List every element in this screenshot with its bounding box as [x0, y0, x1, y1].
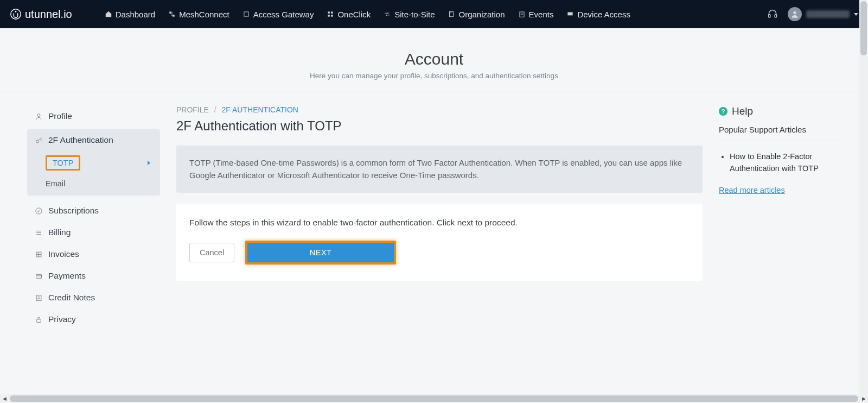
breadcrumb-current[interactable]: 2F AUTHENTICATION	[222, 105, 298, 114]
nav-site-to-site[interactable]: Site-to-Site	[384, 10, 435, 19]
help-article-list: How to Enable 2-Factor Authentication wi…	[719, 151, 846, 175]
svg-rect-4	[244, 12, 248, 16]
help-more-link[interactable]: Read more articles	[719, 186, 846, 194]
home-icon	[105, 10, 112, 18]
nav-label: Device Access	[577, 10, 630, 19]
sidebar: Profile 2F Authentication TOTP Email Sub…	[27, 105, 160, 330]
svg-point-20	[36, 140, 39, 142]
page-header: Account Here you can manage your profile…	[0, 28, 868, 92]
mesh-icon	[168, 10, 176, 18]
user-menu[interactable]	[788, 7, 858, 21]
swap-icon	[384, 10, 391, 18]
svg-rect-33	[37, 319, 41, 322]
help-divider	[719, 141, 846, 141]
org-icon	[448, 10, 455, 18]
nav-organization[interactable]: Organization	[448, 10, 505, 19]
top-nav: utunnel.io Dashboard MeshConnect Access …	[0, 0, 868, 28]
scroll-left-icon[interactable]: ◀	[0, 394, 9, 403]
question-icon: ?	[719, 107, 727, 116]
oneclick-icon	[327, 10, 334, 18]
svg-rect-10	[451, 12, 451, 13]
main-content: PROFILE / 2F AUTHENTICATION 2F Authentic…	[176, 105, 703, 330]
sidebar-sub-totp[interactable]: TOTP	[27, 151, 160, 175]
wizard-instructions: Follow the steps in this wizard to enabl…	[189, 218, 690, 228]
sidebar-item-2fa[interactable]: 2F Authentication	[27, 129, 160, 151]
sidebar-item-label: 2F Authentication	[48, 135, 113, 145]
user-icon	[35, 112, 43, 121]
card-icon	[35, 272, 43, 280]
svg-rect-15	[568, 12, 573, 16]
brand-text: utunnel.io	[25, 8, 72, 21]
cancel-button[interactable]: Cancel	[189, 243, 234, 262]
help-article[interactable]: How to Enable 2-Factor Authentication wi…	[730, 151, 846, 175]
next-button[interactable]: NEXT	[247, 243, 394, 262]
help-panel: ? Help Popular Support Articles How to E…	[719, 105, 846, 330]
wizard-card: Follow the steps in this wizard to enabl…	[176, 204, 703, 281]
svg-rect-2	[169, 11, 171, 14]
nav-device-access[interactable]: Device Access	[566, 10, 630, 19]
sidebar-item-label: Invoices	[48, 249, 79, 259]
breadcrumb-sep: /	[214, 105, 216, 114]
nav-access-gateway[interactable]: Access Gateway	[242, 10, 314, 19]
brand-logo[interactable]: utunnel.io	[10, 8, 72, 21]
page-title: Account	[0, 50, 868, 68]
grid-icon	[35, 250, 43, 259]
sidebar-item-payments[interactable]: Payments	[27, 265, 160, 287]
nav-oneclick[interactable]: OneClick	[327, 10, 371, 19]
sidebar-item-billing[interactable]: Billing	[27, 222, 160, 243]
svg-rect-17	[775, 15, 776, 17]
sidebar-item-invoices[interactable]: Invoices	[27, 243, 160, 265]
scrollbar-horizontal[interactable]: ◀ ▶	[0, 394, 868, 403]
note-icon	[35, 294, 43, 302]
help-subtitle: Popular Support Articles	[719, 125, 846, 134]
chevron-right-icon	[148, 161, 150, 165]
nav-label: Access Gateway	[253, 10, 314, 19]
sidebar-item-label: Profile	[48, 111, 72, 121]
user-name	[806, 10, 850, 18]
caret-down-icon	[854, 13, 858, 16]
nav-events[interactable]: Events	[518, 10, 554, 19]
info-text: TOTP (Time-based One-time Passwords) is …	[189, 158, 682, 180]
scroll-track[interactable]	[10, 395, 858, 402]
nav-meshconnect[interactable]: MeshConnect	[168, 10, 229, 19]
breadcrumb-root[interactable]: PROFILE	[176, 105, 209, 114]
sidebar-item-profile[interactable]: Profile	[27, 105, 160, 127]
list-icon	[35, 229, 43, 237]
svg-rect-16	[769, 15, 770, 17]
key-icon	[35, 136, 43, 144]
svg-rect-5	[328, 11, 330, 14]
sidebar-item-credit-notes[interactable]: Credit Notes	[27, 287, 160, 308]
avatar	[788, 7, 802, 21]
info-box: TOTP (Time-based One-time Passwords) is …	[176, 146, 703, 193]
svg-rect-9	[450, 11, 454, 16]
nav-label: Events	[529, 10, 554, 19]
svg-point-1	[15, 11, 17, 12]
help-title: Help	[732, 105, 753, 117]
svg-point-21	[36, 207, 42, 213]
layout: Profile 2F Authentication TOTP Email Sub…	[0, 92, 868, 330]
svg-rect-11	[452, 12, 452, 13]
nav-items: Dashboard MeshConnect Access Gateway One…	[105, 10, 630, 19]
section-heading: 2F Authentication with TOTP	[176, 118, 703, 134]
svg-rect-3	[173, 15, 175, 17]
sidebar-sub-email[interactable]: Email	[27, 175, 160, 192]
sidebar-item-label: Payments	[48, 271, 86, 281]
svg-rect-6	[331, 11, 334, 14]
page-subtitle: Here you can manage your profile, subscr…	[0, 72, 868, 80]
svg-rect-7	[328, 15, 330, 17]
button-row: Cancel NEXT	[189, 241, 690, 265]
sidebar-item-privacy[interactable]: Privacy	[27, 308, 160, 330]
sidebar-item-label: Credit Notes	[48, 293, 95, 303]
person-icon	[790, 10, 799, 18]
nav-dashboard[interactable]: Dashboard	[105, 10, 155, 19]
sidebar-item-subscriptions[interactable]: Subscriptions	[27, 200, 160, 222]
nav-label: OneClick	[337, 10, 371, 19]
scroll-right-icon[interactable]: ▶	[859, 394, 868, 403]
breadcrumb: PROFILE / 2F AUTHENTICATION	[176, 105, 703, 114]
nav-label: MeshConnect	[179, 10, 229, 19]
check-circle-icon	[35, 207, 43, 215]
svg-rect-30	[36, 295, 41, 300]
headset-icon[interactable]	[767, 9, 778, 20]
scrollbar-vertical[interactable]	[859, 0, 868, 403]
sidebar-sub-label: Email	[46, 179, 65, 188]
